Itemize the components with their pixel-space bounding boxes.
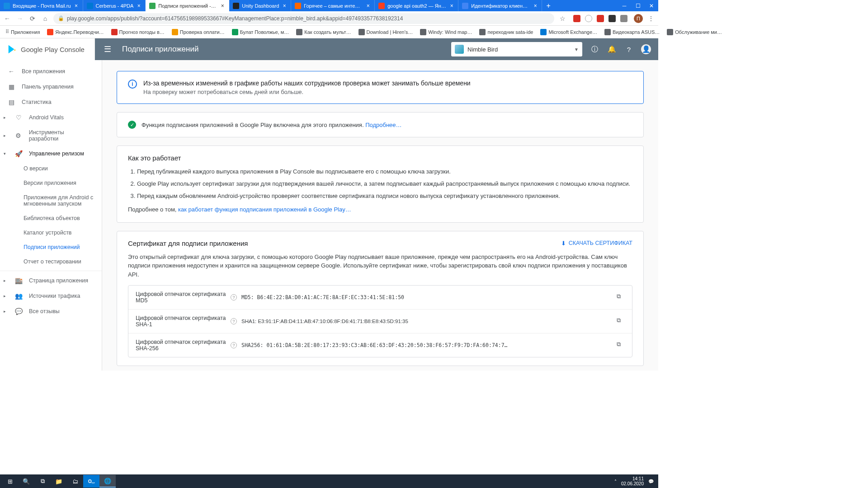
profile-avatar[interactable]: П xyxy=(634,14,643,23)
tab-close-icon[interactable]: × xyxy=(74,3,79,9)
copy-icon[interactable]: ⧉ xyxy=(617,293,625,301)
bookmark[interactable]: Как создать мульт… xyxy=(293,28,354,36)
app-selector[interactable]: Nimble Bird ▼ xyxy=(451,42,582,56)
bookmark[interactable]: Булат Поволжье, м… xyxy=(229,28,292,36)
notice-card: i Из-за временных изменений в графике ра… xyxy=(117,71,644,104)
notifications-icon[interactable]: 💬 xyxy=(648,479,654,484)
forward-button[interactable]: → xyxy=(15,14,24,23)
cert-card: Сертификат для подписи приложения ⬇СКАЧА… xyxy=(117,231,644,366)
sidebar-item-stats[interactable]: ▤Статистика xyxy=(0,94,102,110)
tab-close-icon[interactable]: × xyxy=(365,3,371,9)
fp-row-sha256: Цифровой отпечаток сертификата SHA-256 ?… xyxy=(128,333,632,357)
ext-icon[interactable] xyxy=(597,15,604,22)
success-banner: ✓ Функция подписания приложений в Google… xyxy=(117,112,644,137)
clock[interactable]: 14:11 02.06.2020 xyxy=(621,476,644,486)
reload-button[interactable]: ⟳ xyxy=(28,14,37,23)
bookmark[interactable]: Яндекс.Переводчи… xyxy=(44,28,106,36)
sidebar-item-release[interactable]: ▾🚀Управление релизом xyxy=(0,146,102,161)
app-name: Nimble Bird xyxy=(467,46,498,53)
explorer-icon[interactable]: 📁 xyxy=(51,475,67,488)
bookmark-bar: ⠿Приложения Яндекс.Переводчи… Прогноз по… xyxy=(0,26,658,38)
copy-icon[interactable]: ⧉ xyxy=(617,317,625,325)
tab-4pda[interactable]: Cerberus - 4PDA× xyxy=(83,0,146,11)
help-icon[interactable]: ? xyxy=(231,294,237,300)
notice-body: На проверку может потребоваться семь дне… xyxy=(143,89,471,95)
chevron-down-icon: ▼ xyxy=(574,47,579,52)
ext-icon[interactable] xyxy=(609,15,616,22)
new-tab-button[interactable]: + xyxy=(542,0,555,11)
start-button[interactable]: ⊞ xyxy=(2,475,18,488)
ext-icon[interactable] xyxy=(585,15,592,22)
ext-icon[interactable] xyxy=(620,15,627,22)
bookmark[interactable]: Проверка оплати… xyxy=(169,28,227,36)
bookmark[interactable]: Прогноз погоды в… xyxy=(108,28,167,36)
copy-icon[interactable]: ⧉ xyxy=(617,341,625,349)
sidebar-item-storepage[interactable]: ▸🏬Страница приложения xyxy=(0,273,102,288)
apps-button[interactable]: ⠿Приложения xyxy=(3,28,42,36)
sidebar-back[interactable]: ←Все приложения xyxy=(0,64,102,79)
back-button[interactable]: ← xyxy=(3,14,12,23)
star-icon[interactable]: ☆ xyxy=(558,14,567,23)
tab-play-console[interactable]: Подписи приложений - Nimble× xyxy=(146,0,229,11)
tab-hot[interactable]: Горячее – самые интересные и× xyxy=(291,0,375,11)
sidebar-sub-testing[interactable]: Отчет о тестировании xyxy=(0,254,102,269)
tab-close-icon[interactable]: × xyxy=(449,3,454,9)
search-icon[interactable]: 🔍 xyxy=(18,475,34,488)
console-logo[interactable]: Google Play Console xyxy=(0,38,95,60)
sidebar-item-reviews[interactable]: ▸💬Все отзывы xyxy=(0,304,102,319)
bookmark[interactable]: Видеокарта ASUS… xyxy=(602,28,662,36)
fp-row-md5: Цифровой отпечаток сертификата MD5 ? MD5… xyxy=(128,286,632,310)
sidebar-item-devtools[interactable]: ▸⚙Инструменты разработки xyxy=(0,125,102,146)
account-icon[interactable]: 👤 xyxy=(641,44,651,54)
help-icon[interactable]: ? xyxy=(231,342,237,348)
home-button[interactable]: ⌂ xyxy=(41,14,50,23)
bookmark[interactable]: Download | Hiren's… xyxy=(356,28,416,36)
sidebar-sub-versions[interactable]: Версии приложения xyxy=(0,176,102,190)
tab-close-icon[interactable]: × xyxy=(282,3,287,9)
sidebar-sub-about[interactable]: О версии xyxy=(0,161,102,176)
howworks-heading: Как это работает xyxy=(128,154,632,162)
tab-mail[interactable]: Входящие - Почта Mail.ru× xyxy=(0,0,83,11)
bookmark[interactable]: Windy: Wind map… xyxy=(417,28,475,36)
howworks-more-link[interactable]: как работает функция подписания приложен… xyxy=(178,206,351,213)
chrome-icon[interactable]: 🌐 xyxy=(99,475,116,488)
bookmark[interactable]: переходник sata-ide xyxy=(476,28,536,36)
tab-unity[interactable]: Unity Dashboard× xyxy=(229,0,291,11)
tab-close-icon[interactable]: × xyxy=(533,3,538,9)
sidebar-sub-library[interactable]: Библиотека объектов xyxy=(0,211,102,225)
minimize-icon[interactable]: ─ xyxy=(618,0,631,11)
tab-yandex[interactable]: google api oauth2 — Яндекс: на× xyxy=(375,0,458,11)
info-icon[interactable]: ⓘ xyxy=(590,44,599,54)
hamburger-icon[interactable]: ☰ xyxy=(102,44,113,54)
app-icon xyxy=(455,45,464,54)
bookmark[interactable]: Обслуживание ми… xyxy=(664,28,725,36)
ext-icon[interactable] xyxy=(573,15,580,22)
info-icon: i xyxy=(128,80,137,89)
tab-close-icon[interactable]: × xyxy=(220,3,225,9)
sidebar-item-traffic[interactable]: ▸👥Источники трафика xyxy=(0,288,102,304)
learn-more-link[interactable]: Подробнее… xyxy=(365,122,401,128)
sidebar-sub-instant[interactable]: Приложения для Android с мгновенным запу… xyxy=(0,190,102,211)
bell-icon[interactable]: 🔔 xyxy=(607,44,617,54)
help-icon[interactable]: ? xyxy=(231,318,237,324)
outlook-icon[interactable]: O⎵ xyxy=(83,475,99,488)
browser-tabstrip: Входящие - Почта Mail.ru× Cerberus - 4PD… xyxy=(0,0,658,11)
app-icon[interactable]: 🗂 xyxy=(67,475,83,488)
help-icon[interactable]: ? xyxy=(624,44,634,54)
sidebar-item-dashboard[interactable]: ▦Панель управления xyxy=(0,79,102,94)
tray-chevron-icon[interactable]: ˄ xyxy=(614,479,617,484)
tab-close-icon[interactable]: × xyxy=(136,3,142,9)
download-cert-button[interactable]: ⬇СКАЧАТЬ СЕРТИФИКАТ xyxy=(561,240,632,247)
sidebar-sub-signing[interactable]: Подписи приложений xyxy=(0,240,102,254)
url-input[interactable]: 🔒 play.google.com/apps/publish/?account=… xyxy=(53,13,554,24)
menu-icon[interactable]: ⋮ xyxy=(646,14,656,23)
sidebar-item-vitals[interactable]: ▸♡Android Vitals xyxy=(0,110,102,125)
bookmark[interactable]: Microsoft Exchange… xyxy=(538,28,600,36)
close-window-icon[interactable]: ✕ xyxy=(645,0,658,11)
sidebar: ←Все приложения ▦Панель управления ▤Стат… xyxy=(0,60,102,371)
sidebar-sub-devices[interactable]: Каталог устройств xyxy=(0,225,102,240)
taskview-icon[interactable]: ⧉ xyxy=(34,475,51,488)
content-area: i Из-за временных изменений в графике ра… xyxy=(102,60,658,371)
maximize-icon[interactable]: ☐ xyxy=(631,0,645,11)
tab-google-api[interactable]: Идентификатор клиен… – API и× xyxy=(458,0,542,11)
